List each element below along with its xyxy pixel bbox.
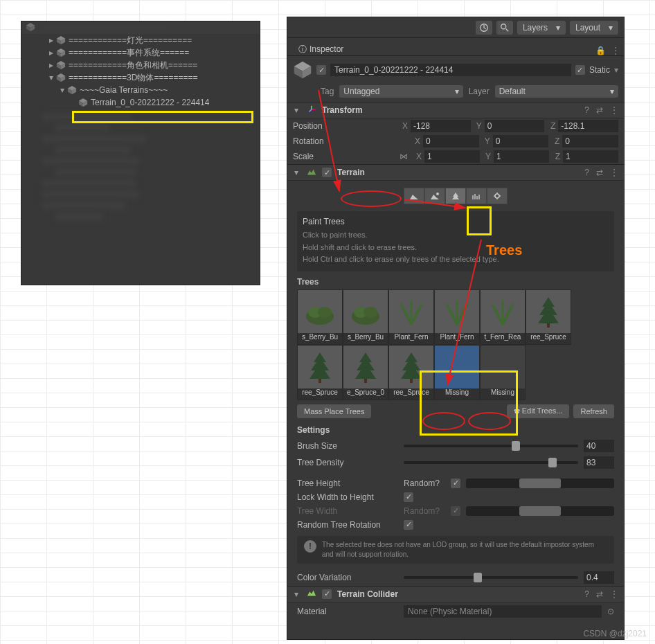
svg-line-43 (404, 199, 465, 208)
annotation-arrows (0, 0, 655, 644)
watermark: CSDN @dzj2021 (583, 629, 647, 638)
svg-line-42 (318, 90, 339, 191)
svg-line-44 (447, 240, 481, 385)
